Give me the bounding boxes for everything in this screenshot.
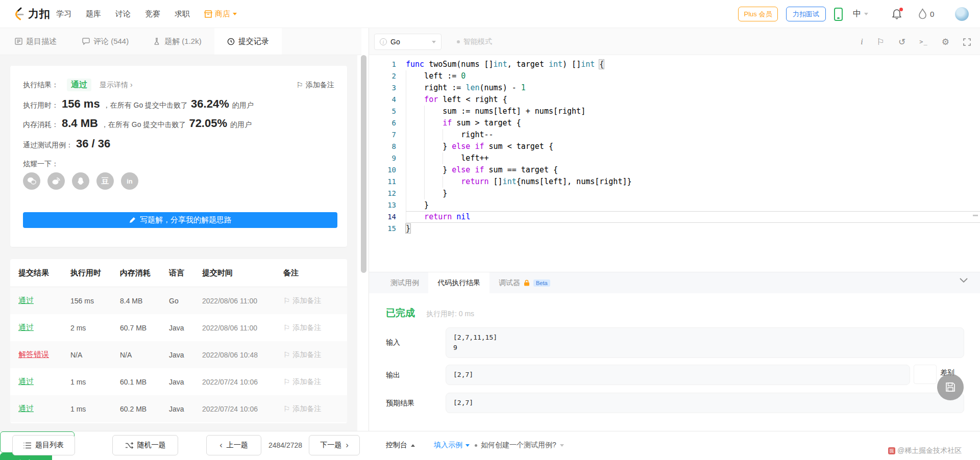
code-line[interactable]: 4for left < right { xyxy=(369,94,980,106)
add-note-button[interactable]: ⚐ 添加备注 xyxy=(297,81,334,90)
prev-problem-button[interactable]: ‹ 上一题 xyxy=(206,435,261,455)
language-label: 中 xyxy=(853,9,861,19)
code-token: left := xyxy=(424,71,461,81)
linkedin-icon[interactable]: in xyxy=(121,172,138,190)
add-note-button[interactable]: ⚐添加备注 xyxy=(283,377,347,387)
column-header: 提交时间 xyxy=(202,268,283,278)
code-line[interactable]: 15} xyxy=(369,223,980,235)
collapse-console-button[interactable] xyxy=(960,278,968,283)
expected-value[interactable]: [2,7] xyxy=(446,393,964,413)
code-editor[interactable]: 1func twoSum(nums []int, target int) []i… xyxy=(369,55,980,272)
language-select[interactable]: i Go xyxy=(374,34,442,50)
line-number: 10 xyxy=(369,164,396,176)
indent-guide xyxy=(424,176,443,188)
submission-status-link[interactable]: 通过 xyxy=(18,404,70,414)
tab-label: 题目描述 xyxy=(26,37,57,46)
next-problem-button[interactable]: 下一题 › xyxy=(309,435,360,455)
runtime-note-pre: ，在所有 Go 提交中击败了 xyxy=(103,101,188,110)
indent-guide xyxy=(406,106,424,117)
left-scrollbar-thumb[interactable] xyxy=(361,55,366,273)
code-token: else if xyxy=(452,142,484,151)
line-number: 11 xyxy=(369,176,396,188)
smart-mode-indicator[interactable]: 智能模式 xyxy=(457,34,492,50)
code-line[interactable]: 14return nil xyxy=(369,211,980,223)
submission-status-link[interactable]: 通过 xyxy=(18,323,70,333)
terminal-icon[interactable]: >_ xyxy=(919,39,927,45)
code-line[interactable]: 1func twoSum(nums []int, target int) []i… xyxy=(369,59,980,70)
show-detail-link[interactable]: 显示详情 › xyxy=(100,81,133,90)
tab-评论 (544)[interactable]: 评论 (544) xyxy=(69,28,141,55)
code-line[interactable]: 2left := 0 xyxy=(369,70,980,82)
nav-item-竞赛[interactable]: 竞赛 xyxy=(145,9,160,19)
flask-icon xyxy=(154,38,161,45)
submission-status-link[interactable]: 解答错误 xyxy=(18,350,70,360)
weibo-icon[interactable] xyxy=(47,172,65,190)
code-line[interactable]: 6if sum > target { xyxy=(369,117,980,129)
add-note-button[interactable]: ⚐添加备注 xyxy=(283,296,347,305)
info-icon[interactable]: i xyxy=(861,38,863,46)
write-solution-button[interactable]: 写题解，分享我的解题思路 xyxy=(23,212,337,228)
code-line[interactable]: 9left++ xyxy=(369,152,980,164)
testcase-help-link[interactable]: 如何创建一个测试用例? xyxy=(475,435,564,455)
code-line[interactable]: 3right := len(nums) - 1 xyxy=(369,82,980,94)
streak-counter[interactable]: 0 xyxy=(918,8,934,19)
flag-icon[interactable]: ⚐ xyxy=(877,38,885,46)
wechat-icon[interactable] xyxy=(23,172,40,190)
interview-button[interactable]: 力扣面试 xyxy=(786,7,826,21)
save-float-button[interactable] xyxy=(937,374,964,400)
douban-icon[interactable]: 豆 xyxy=(96,172,114,190)
line-content: } xyxy=(406,223,980,235)
language-switcher[interactable]: 中 xyxy=(853,9,868,19)
plus-member-button[interactable]: Plus 会员 xyxy=(738,7,778,21)
submission-status-link[interactable]: 通过 xyxy=(18,296,70,305)
memory-cell: N/A xyxy=(120,351,169,359)
code-line[interactable]: 7right-- xyxy=(369,129,980,141)
tab-题目描述[interactable]: 题目描述 xyxy=(2,28,69,55)
code-line[interactable]: 10} else if sum == target { xyxy=(369,164,980,176)
submission-status-link[interactable]: 通过 xyxy=(18,377,70,387)
runtime-note-post: 的用户 xyxy=(232,101,254,110)
notification-bell-icon[interactable] xyxy=(892,8,902,19)
output-value[interactable]: [2,7] xyxy=(446,365,910,385)
add-note-button[interactable]: ⚐添加备注 xyxy=(283,350,347,360)
fullscreen-icon[interactable] xyxy=(963,38,971,46)
console-tab-调试器[interactable]: 调试器Beta xyxy=(489,272,559,293)
fill-example-label: 填入示例 xyxy=(434,441,462,450)
random-problem-button[interactable]: 随机一题 xyxy=(112,435,178,455)
runtime-value: 156 ms xyxy=(62,97,100,111)
undo-icon[interactable]: ↺ xyxy=(898,38,905,46)
tab-题解 (1.2k)[interactable]: 题解 (1.2k) xyxy=(141,28,214,55)
code-line[interactable]: 11return []int{nums[left], nums[right]} xyxy=(369,176,980,188)
nav-item-shop[interactable]: 商店 xyxy=(204,9,237,19)
overview-ruler-mark xyxy=(973,215,978,216)
nav-item-求职[interactable]: 求职 xyxy=(175,9,190,19)
add-note-button[interactable]: ⚐添加备注 xyxy=(283,404,347,414)
problem-list-button[interactable]: 题目列表 xyxy=(12,435,75,455)
console-tab-代码执行结果[interactable]: 代码执行结果 xyxy=(428,272,489,293)
next-problem-label: 下一题 xyxy=(320,441,341,450)
add-note-label: 添加备注 xyxy=(292,377,321,387)
line-content: return []int{nums[left], nums[right]} xyxy=(406,176,980,188)
code-line[interactable]: 5sum := nums[left] + nums[right] xyxy=(369,106,980,117)
leetcode-logo[interactable]: 力扣 xyxy=(13,7,51,21)
avatar[interactable] xyxy=(955,7,969,21)
input-value[interactable]: [2,7,11,15] 9 xyxy=(446,327,964,358)
gear-icon[interactable]: ⚙ xyxy=(942,38,949,46)
console-tab-测试用例[interactable]: 测试用例 xyxy=(381,272,428,293)
diff-toggle[interactable] xyxy=(914,365,937,384)
tab-提交记录[interactable]: 提交记录 xyxy=(214,28,282,55)
add-note-button[interactable]: ⚐添加备注 xyxy=(283,323,347,333)
beta-badge: Beta xyxy=(533,279,550,287)
code-line[interactable]: 12} xyxy=(369,188,980,199)
console-tab-label: 测试用例 xyxy=(390,278,419,288)
code-line[interactable]: 13} xyxy=(369,199,980,211)
fill-example-button[interactable]: 填入示例 xyxy=(434,435,470,455)
console-toggle[interactable]: 控制台 xyxy=(386,435,415,455)
code-token: sum < target { xyxy=(484,142,553,151)
qq-icon[interactable] xyxy=(72,172,89,190)
nav-item-题库[interactable]: 题库 xyxy=(86,9,101,19)
nav-item-讨论[interactable]: 讨论 xyxy=(115,9,131,19)
code-line[interactable]: 8} else if sum < target { xyxy=(369,141,980,152)
mobile-app-icon[interactable] xyxy=(834,8,843,21)
nav-item-学习[interactable]: 学习 xyxy=(56,9,71,19)
